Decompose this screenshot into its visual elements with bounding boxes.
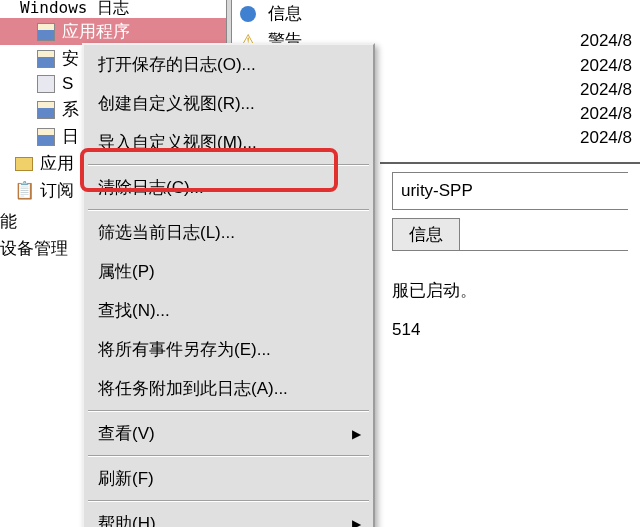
tree-item-label: 应用 [40,152,74,175]
menu-separator [88,455,369,457]
event-id: 514 [392,320,628,340]
log-icon [36,127,56,147]
tree-item-label: 订阅 [40,179,74,202]
menu-label: 刷新(F) [98,467,154,490]
tree-item-label: S [62,74,73,94]
submenu-arrow-icon: ▶ [352,517,361,528]
event-date: 2024/8 [580,128,632,148]
event-row[interactable]: 信息 2024/8 [230,0,640,27]
tree-item-label: 应用程序 [62,20,130,43]
menu-label: 导入自定义视图(M)... [98,131,257,154]
menu-label: 查找(N)... [98,299,170,322]
menu-separator [88,500,369,502]
event-message: 服已启动。 [392,279,628,302]
info-tab-button[interactable]: 信息 [392,218,460,251]
menu-properties[interactable]: 属性(P) [84,252,373,291]
menu-separator [88,410,369,412]
menu-clear-log[interactable]: 清除日志(C)... [84,168,373,207]
windows-log-label: Windows 日志 [20,0,129,19]
context-menu: 打开保存的日志(O)... 创建自定义视图(R)... 导入自定义视图(M)..… [82,43,375,527]
menu-filter-log[interactable]: 筛选当前日志(L)... [84,213,373,252]
menu-label: 筛选当前日志(L)... [98,221,235,244]
info-tab-label: 信息 [409,225,443,244]
info-icon [238,4,258,24]
menu-label: 将所有事件另存为(E)... [98,338,271,361]
tree-item-label: 系 [62,98,79,121]
submenu-arrow-icon: ▶ [352,427,361,441]
log-icon [36,49,56,69]
menu-separator [88,209,369,211]
event-date: 2024/8 [580,56,632,76]
event-date: 2024/8 [580,104,632,124]
tree-item-application[interactable]: 应用程序 [0,18,229,45]
tree-item-label: 安 [62,47,79,70]
menu-attach-task[interactable]: 将任务附加到此日志(A)... [84,369,373,408]
event-level: 信息 [268,2,328,25]
menu-refresh[interactable]: 刷新(F) [84,459,373,498]
log-icon [36,74,56,94]
menu-label: 属性(P) [98,260,155,283]
menu-label: 清除日志(C)... [98,176,204,199]
event-date: 2024/8 [580,80,632,100]
menu-open-saved-log[interactable]: 打开保存的日志(O)... [84,45,373,84]
event-source-box: urity-SPP [392,172,628,210]
menu-import-custom-view[interactable]: 导入自定义视图(M)... [84,123,373,162]
menu-create-custom-view[interactable]: 创建自定义视图(R)... [84,84,373,123]
menu-help[interactable]: 帮助(H) ▶ [84,504,373,527]
subscription-icon: 📋 [14,181,34,201]
menu-label: 帮助(H) [98,512,156,527]
log-icon [36,100,56,120]
event-source-text: urity-SPP [401,181,473,200]
menu-save-all-events[interactable]: 将所有事件另存为(E)... [84,330,373,369]
menu-find[interactable]: 查找(N)... [84,291,373,330]
event-date: 2024/8 [580,31,632,51]
menu-label: 查看(V) [98,422,155,445]
menu-view[interactable]: 查看(V) ▶ [84,414,373,453]
menu-separator [88,164,369,166]
folder-icon [14,154,34,174]
log-icon [36,22,56,42]
menu-label: 打开保存的日志(O)... [98,53,256,76]
menu-label: 创建自定义视图(R)... [98,92,255,115]
tree-item-label: 日 [62,125,79,148]
menu-label: 将任务附加到此日志(A)... [98,377,288,400]
